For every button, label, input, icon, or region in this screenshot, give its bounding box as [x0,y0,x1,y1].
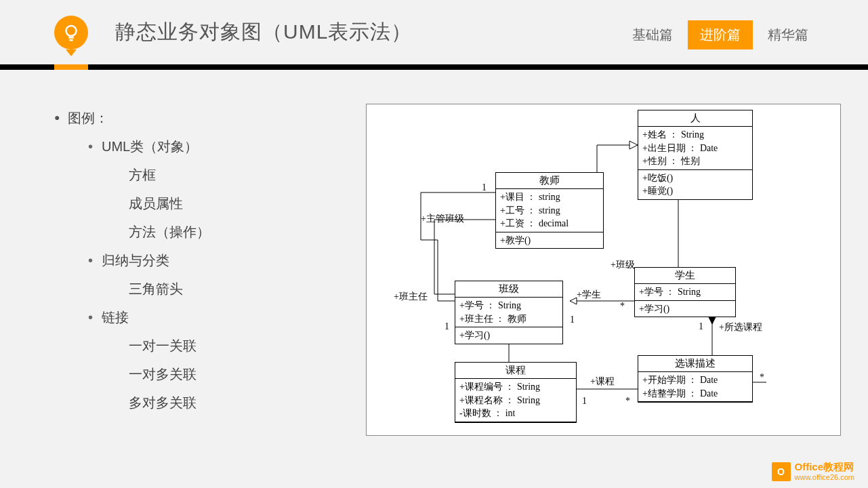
tabs: 基础篇 进阶篇 精华篇 [620,20,821,49]
class-attrs: +姓名 ： String +出生日期 ： Date +性别 ： 性别 [638,127,752,170]
mult-label: * [625,396,630,407]
legend-sub: 三角箭头 [54,274,352,303]
uml-class-banji: 班级 +学号 ： String +班主任 ： 教师 +学习() [455,281,563,344]
attr: +工号 ： string [500,204,599,218]
page-title: 静态业务对象图（UML表示法） [115,18,412,46]
tab-advanced[interactable]: 进阶篇 [688,20,753,49]
mult-label: * [620,301,625,312]
uml-class-enroll: 选课描述 +开始学期 ： Date +结整学期 ： Date [638,355,753,403]
attr: +学号 ： String [639,285,731,299]
legend-sub: 成员属性 [54,189,352,218]
op: +学习() [639,302,731,316]
attr: +课目 ： string [500,190,599,204]
class-name: 课程 [455,363,576,379]
svg-point-0 [66,26,77,36]
legend-sub: 一对多关联 [54,360,352,388]
op: +吃饭() [642,171,748,185]
divider-bar [0,64,868,70]
legend-item: UML类（对象） [54,132,352,161]
mult-label: 1 [699,321,703,332]
class-attrs: +学号 ： String +班主任 ： 教师 [455,298,562,327]
attr: +班主任 ： 教师 [459,312,558,326]
attr: +工资 ： decimal [500,217,599,230]
mult-label: 1 [582,396,587,407]
assoc-label: +所选课程 [719,321,762,333]
tab-basic[interactable]: 基础篇 [620,20,685,49]
uml-class-course: 课程 +课程编号 ： String +课程名称 ： String -课时数 ： … [455,362,577,423]
uml-class-student: 学生 +学号 ： String +学习() [634,267,736,317]
assoc-label: +班级 [611,259,635,271]
class-name: 班级 [455,281,562,298]
class-ops: +学习() [635,301,735,317]
attr: +出生日期 ： Date [642,142,748,155]
bulb-icon [54,16,88,49]
mult-label: 1 [570,314,575,325]
attr: +结整学期 ： Date [642,387,748,401]
tab-essence[interactable]: 精华篇 [756,20,821,49]
header: 静态业务对象图（UML表示法） 基础篇 进阶篇 精华篇 [0,0,868,64]
legend-sub: 一对一关联 [54,331,352,360]
assoc-label: +班主任 [394,291,428,303]
mult-label: 1 [445,321,449,332]
legend-sub: 多对多关联 [54,388,352,417]
attr: -课时数 ： int [459,407,572,420]
class-ops: +吃饭() +睡觉() [638,170,752,199]
legend-item: 链接 [54,303,352,331]
assoc-label: +课程 [590,375,615,388]
svg-marker-1 [629,141,638,149]
bulb-icon-wrap [54,0,88,64]
class-name: 教师 [496,173,603,189]
uml-diagram: 人 +姓名 ： String +出生日期 ： Date +性别 ： 性别 +吃饭… [366,104,841,436]
content: 图例： UML类（对象） 方框 成员属性 方法（操作） 归纳与分类 三角箭头 链… [0,70,868,463]
attr: +开始学期 ： Date [642,373,748,387]
class-attrs: +课程编号 ： String +课程名称 ： String -课时数 ： int [455,379,576,422]
legend: 图例： UML类（对象） 方框 成员属性 方法（操作） 归纳与分类 三角箭头 链… [54,104,352,449]
attr: +性别 ： 性别 [642,155,748,168]
op: +睡觉() [642,184,748,198]
class-ops: +教学() [496,232,603,249]
attr: +学号 ： String [459,299,558,312]
legend-item: 归纳与分类 [54,246,352,274]
attr: +课程名称 ： String [459,394,572,407]
assoc-label: +学生 [577,289,601,301]
attr: +姓名 ： String [642,128,748,142]
uml-class-teacher: 教师 +课目 ： string +工号 ： string +工资 ： decim… [495,172,604,249]
legend-title: 图例： [54,104,352,132]
class-attrs: +开始学期 ： Date +结整学期 ： Date [638,372,752,402]
legend-sub: 方法（操作） [54,218,352,246]
footer-watermark: O Office教程网 www.office26.com [772,462,854,481]
class-name: 学生 [635,268,735,284]
svg-marker-3 [570,298,577,304]
class-attrs: +学号 ： String [635,284,735,301]
footer-url: www.office26.com [795,473,854,481]
class-name: 人 [638,110,752,127]
legend-sub: 方框 [54,161,352,189]
assoc-label: +主管班级 [421,213,464,225]
footer-title: Office教程网 [795,462,854,473]
uml-class-person: 人 +姓名 ： String +出生日期 ： Date +性别 ： 性别 +吃饭… [638,110,753,200]
attr: +课程编号 ： String [459,380,572,394]
office-icon: O [772,462,791,481]
class-ops: +学习() [455,327,562,344]
op: +学习() [459,329,558,342]
op: +教学() [500,234,599,247]
class-name: 选课描述 [638,356,752,372]
mult-label: 1 [482,182,487,193]
mult-label: * [760,372,764,383]
divider-accent [54,64,88,70]
class-attrs: +课目 ： string +工号 ： string +工资 ： decimal [496,189,603,232]
